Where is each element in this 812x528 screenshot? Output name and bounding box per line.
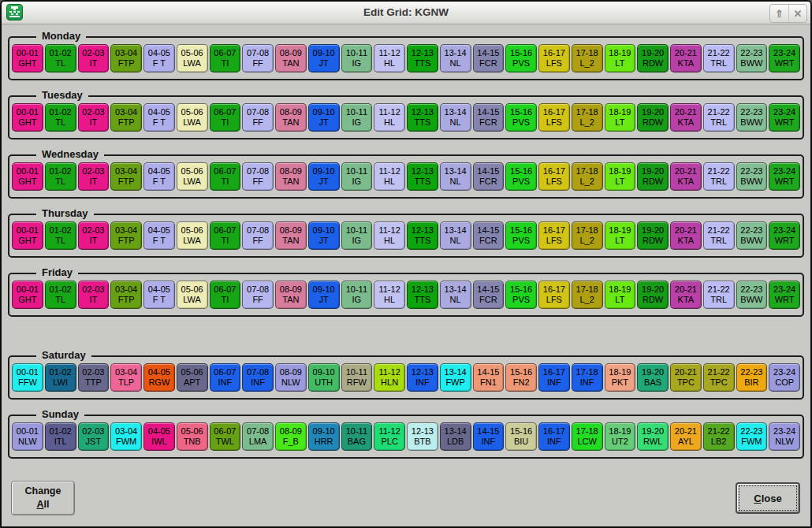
slot-saturday-20-21[interactable]: 20-21TPC: [670, 363, 702, 392]
slot-friday-01-02[interactable]: 01-02TL: [45, 281, 76, 309]
slot-sunday-14-15[interactable]: 14-15INF: [473, 422, 505, 451]
slot-monday-20-21[interactable]: 20-21KTA: [670, 44, 702, 73]
slot-thursday-17-18[interactable]: 17-18L_2: [572, 221, 603, 250]
window-close-button[interactable]: ✕: [788, 5, 806, 22]
slot-thursday-03-04[interactable]: 03-04FTP: [110, 221, 142, 250]
slot-tuesday-13-14[interactable]: 13-14NL: [440, 103, 471, 132]
slot-monday-13-14[interactable]: 13-14NL: [440, 44, 471, 73]
slot-wednesday-17-18[interactable]: 17-18L_2: [572, 162, 603, 191]
slot-sunday-07-08[interactable]: 07-08LMA: [242, 422, 274, 451]
slot-friday-07-08[interactable]: 07-08FF: [242, 281, 274, 309]
slot-friday-06-07[interactable]: 06-07TI: [210, 281, 241, 309]
slot-monday-12-13[interactable]: 12-13TTS: [407, 44, 438, 73]
slot-tuesday-02-03[interactable]: 02-03IT: [78, 103, 110, 132]
slot-wednesday-02-03[interactable]: 02-03IT: [78, 162, 110, 191]
slot-tuesday-01-02[interactable]: 01-02TL: [45, 103, 76, 132]
slot-friday-13-14[interactable]: 13-14NL: [440, 281, 471, 309]
slot-thursday-07-08[interactable]: 07-08FF: [242, 221, 274, 250]
slot-friday-14-15[interactable]: 14-15FCR: [473, 281, 505, 309]
slot-monday-11-12[interactable]: 11-12HL: [374, 44, 405, 73]
slot-friday-10-11[interactable]: 10-11IG: [341, 281, 373, 309]
slot-thursday-00-01[interactable]: 00-01GHT: [12, 221, 43, 250]
slot-friday-19-20[interactable]: 19-20RDW: [637, 281, 669, 309]
slot-monday-03-04[interactable]: 03-04FTP: [110, 44, 142, 73]
slot-friday-21-22[interactable]: 21-22TRL: [703, 281, 735, 309]
close-button[interactable]: Close: [736, 482, 800, 514]
slot-tuesday-07-08[interactable]: 07-08FF: [242, 103, 274, 132]
slot-wednesday-16-17[interactable]: 16-17LFS: [538, 162, 570, 191]
slot-wednesday-08-09[interactable]: 08-09TAN: [275, 162, 307, 191]
slot-wednesday-12-13[interactable]: 12-13TTS: [407, 162, 438, 191]
slot-thursday-21-22[interactable]: 21-22TRL: [703, 221, 735, 250]
slot-wednesday-18-19[interactable]: 18-19LT: [605, 162, 636, 191]
slot-sunday-00-01[interactable]: 00-01NLW: [12, 422, 43, 451]
slot-saturday-12-13[interactable]: 12-13INF: [407, 363, 438, 392]
slot-saturday-18-19[interactable]: 18-19PKT: [605, 363, 636, 392]
slot-sunday-18-19[interactable]: 18-19UT2: [605, 422, 636, 451]
slot-sunday-21-22[interactable]: 21-22LB2: [703, 422, 735, 451]
slot-friday-23-24[interactable]: 23-24WRT: [769, 281, 800, 309]
slot-saturday-02-03[interactable]: 02-03TTP: [78, 363, 110, 392]
slot-wednesday-05-06[interactable]: 05-06LWA: [177, 162, 208, 191]
slot-friday-12-13[interactable]: 12-13TTS: [407, 281, 438, 309]
slot-tuesday-12-13[interactable]: 12-13TTS: [407, 103, 438, 132]
slot-thursday-01-02[interactable]: 01-02TL: [45, 221, 76, 250]
slot-wednesday-22-23[interactable]: 22-23BWW: [736, 162, 768, 191]
slot-thursday-16-17[interactable]: 16-17LFS: [538, 221, 570, 250]
slot-sunday-12-13[interactable]: 12-13BTB: [407, 422, 438, 451]
slot-monday-09-10[interactable]: 09-10JT: [308, 44, 340, 73]
slot-wednesday-10-11[interactable]: 10-11IG: [341, 162, 373, 191]
slot-wednesday-15-16[interactable]: 15-16PVS: [505, 162, 537, 191]
slot-saturday-10-11[interactable]: 10-11RFW: [341, 363, 373, 392]
slot-sunday-02-03[interactable]: 02-03JST: [78, 422, 110, 451]
slot-saturday-11-12[interactable]: 11-12HLN: [374, 363, 405, 392]
slot-friday-08-09[interactable]: 08-09TAN: [275, 281, 307, 309]
slot-monday-10-11[interactable]: 10-11IG: [341, 44, 373, 73]
slot-wednesday-23-24[interactable]: 23-24WRT: [769, 162, 800, 191]
slot-wednesday-20-21[interactable]: 20-21KTA: [670, 162, 702, 191]
slot-saturday-07-08[interactable]: 07-08INF: [242, 363, 274, 392]
slot-thursday-11-12[interactable]: 11-12HL: [374, 221, 405, 250]
slot-tuesday-14-15[interactable]: 14-15FCR: [473, 103, 505, 132]
slot-tuesday-11-12[interactable]: 11-12HL: [374, 103, 405, 132]
slot-monday-16-17[interactable]: 16-17LFS: [538, 44, 570, 73]
slot-friday-00-01[interactable]: 00-01GHT: [12, 281, 43, 309]
slot-thursday-04-05[interactable]: 04-05F T: [143, 221, 175, 250]
slot-thursday-14-15[interactable]: 14-15FCR: [473, 221, 505, 250]
slot-tuesday-05-06[interactable]: 05-06LWA: [177, 103, 208, 132]
slot-wednesday-01-02[interactable]: 01-02TL: [45, 162, 76, 191]
slot-saturday-17-18[interactable]: 17-18INF: [572, 363, 603, 392]
slot-friday-11-12[interactable]: 11-12HL: [374, 281, 405, 309]
slot-monday-01-02[interactable]: 01-02TL: [45, 44, 76, 73]
slot-friday-02-03[interactable]: 02-03IT: [78, 281, 110, 309]
slot-saturday-19-20[interactable]: 19-20BAS: [637, 363, 669, 392]
slot-saturday-04-05[interactable]: 04-05RGW: [143, 363, 175, 392]
maximize-button[interactable]: ⇑: [770, 5, 788, 22]
slot-friday-03-04[interactable]: 03-04FTP: [110, 281, 142, 309]
slot-saturday-22-23[interactable]: 22-23BIR: [736, 363, 768, 392]
slot-monday-19-20[interactable]: 19-20RDW: [637, 44, 669, 73]
slot-thursday-05-06[interactable]: 05-06LWA: [177, 221, 208, 250]
slot-tuesday-06-07[interactable]: 06-07TI: [210, 103, 241, 132]
slot-sunday-09-10[interactable]: 09-10HRR: [308, 422, 340, 451]
slot-sunday-11-12[interactable]: 11-12PLC: [374, 422, 405, 451]
slot-saturday-13-14[interactable]: 13-14FWP: [440, 363, 471, 392]
slot-saturday-09-10[interactable]: 09-10UTH: [308, 363, 340, 392]
slot-saturday-00-01[interactable]: 00-01FFW: [12, 363, 43, 392]
slot-tuesday-21-22[interactable]: 21-22TRL: [703, 103, 735, 132]
slot-sunday-03-04[interactable]: 03-04FWM: [110, 422, 142, 451]
slot-tuesday-17-18[interactable]: 17-18L_2: [572, 103, 603, 132]
slot-friday-20-21[interactable]: 20-21KTA: [670, 281, 702, 309]
slot-monday-15-16[interactable]: 15-16PVS: [505, 44, 537, 73]
slot-friday-18-19[interactable]: 18-19LT: [605, 281, 636, 309]
slot-friday-22-23[interactable]: 22-23BWW: [736, 281, 768, 309]
slot-thursday-08-09[interactable]: 08-09TAN: [275, 221, 307, 250]
slot-wednesday-03-04[interactable]: 03-04FTP: [110, 162, 142, 191]
slot-thursday-20-21[interactable]: 20-21KTA: [670, 221, 702, 250]
slot-thursday-18-19[interactable]: 18-19LT: [605, 221, 636, 250]
slot-sunday-06-07[interactable]: 06-07TWL: [210, 422, 241, 451]
slot-sunday-19-20[interactable]: 19-20RWL: [637, 422, 669, 451]
slot-monday-00-01[interactable]: 00-01GHT: [12, 44, 43, 73]
slot-thursday-19-20[interactable]: 19-20RDW: [637, 221, 669, 250]
slot-wednesday-09-10[interactable]: 09-10JT: [308, 162, 340, 191]
